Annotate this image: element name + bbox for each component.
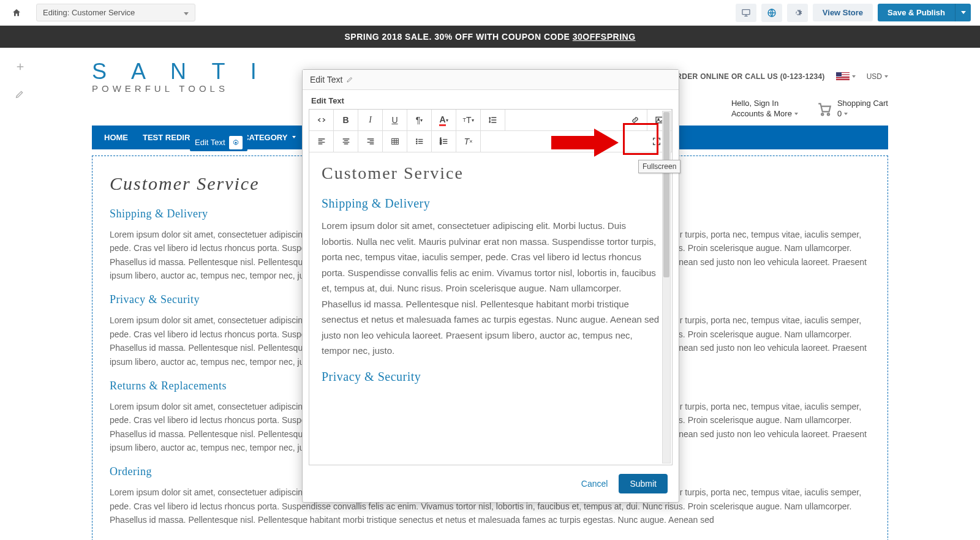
svg-text:3: 3 (440, 142, 442, 145)
page-selector-label: Editing: Customer Service (43, 8, 135, 17)
banner-coupon[interactable]: 30OFFSPRING (573, 32, 636, 42)
brand-name: S A N T I (92, 59, 266, 84)
modal-title-bar[interactable]: Edit Text (303, 70, 679, 90)
annotation-highlight-box (623, 123, 658, 155)
cart-button[interactable]: Shopping Cart 0 (816, 99, 888, 119)
currency-selector[interactable]: USD (867, 72, 888, 81)
svg-rect-7 (391, 138, 398, 144)
account-more: Accounts & More (731, 109, 792, 118)
flag-us-icon (836, 72, 850, 81)
svg-point-2 (821, 113, 823, 115)
code-view-icon[interactable] (309, 110, 334, 130)
cancel-button[interactable]: Cancel (581, 479, 608, 489)
brand-tagline: POWERFUL TOOLS (92, 83, 266, 94)
globe-icon[interactable] (761, 4, 782, 22)
promo-banner: SPRING 2018 SALE. 30% OFF WITH COUPON CO… (0, 26, 980, 48)
clear-formatting-icon[interactable]: T× (456, 131, 481, 152)
country-flag-selector[interactable] (836, 72, 856, 81)
svg-point-9 (416, 141, 417, 141)
page-selector[interactable]: Editing: Customer Service (36, 4, 195, 21)
order-phone: ORDER ONLINE OR CALL US (0-123-1234) (671, 72, 825, 81)
scrollbar-thumb[interactable] (663, 112, 669, 277)
edit-text-bubble[interactable]: Edit Text (190, 134, 247, 151)
unordered-list-icon[interactable] (407, 131, 432, 152)
cart-label: Shopping Cart (837, 99, 888, 109)
pencil-icon (346, 76, 353, 83)
align-right-icon[interactable] (358, 131, 383, 152)
account-menu[interactable]: Hello, Sign In Accounts & More (731, 99, 798, 119)
editor-section-heading: Shipping & Delivery (322, 197, 660, 211)
home-icon[interactable] (9, 6, 24, 20)
nav-item-home[interactable]: HOME (104, 133, 128, 142)
submit-button[interactable]: Submit (619, 474, 668, 493)
align-center-icon[interactable] (334, 131, 358, 152)
annotation-arrow-icon (551, 129, 619, 157)
save-publish-dropdown[interactable] (955, 4, 971, 21)
svg-point-4 (235, 141, 236, 143)
admin-toolbar: Editing: Customer Service View Store Sav… (0, 0, 980, 26)
paragraph-format-icon[interactable]: ¶▾ (407, 110, 432, 130)
editor-page-title: Customer Service (322, 163, 660, 183)
cart-count: 0 (837, 109, 842, 118)
view-store-button[interactable]: View Store (813, 4, 873, 21)
gear-icon[interactable] (229, 136, 243, 149)
editor-content[interactable]: Customer Service Shipping & Delivery Lor… (309, 152, 672, 465)
svg-point-10 (416, 143, 417, 144)
fullscreen-tooltip: Fullscreen (638, 160, 680, 173)
site-brand[interactable]: S A N T I POWERFUL TOOLS (92, 59, 266, 94)
editor-field-label: Edit Text (303, 90, 679, 109)
editor-section-heading: Privacy & Security (322, 370, 660, 384)
table-icon[interactable] (383, 131, 407, 152)
modal-title: Edit Text (310, 75, 342, 84)
svg-rect-0 (742, 9, 750, 14)
line-height-icon[interactable] (481, 110, 505, 130)
svg-point-8 (416, 139, 417, 140)
font-size-icon[interactable]: TT▾ (456, 110, 481, 130)
underline-icon[interactable]: U (383, 110, 407, 130)
align-left-icon[interactable] (309, 131, 334, 152)
editor-section-body: Lorem ipsum dolor sit amet, consectetuer… (322, 218, 660, 359)
settings-icon[interactable] (787, 4, 808, 22)
font-color-icon[interactable]: A▾ (432, 110, 456, 130)
svg-marker-14 (551, 129, 619, 157)
italic-icon[interactable]: I (358, 110, 383, 130)
save-publish-button[interactable]: Save & Publish (878, 4, 955, 21)
cart-icon (816, 101, 832, 117)
account-hello: Hello, Sign In (731, 99, 798, 109)
banner-text: SPRING 2018 SALE. 30% OFF WITH COUPON CO… (344, 32, 572, 42)
svg-point-3 (827, 113, 829, 115)
preview-desktop-icon[interactable] (736, 4, 756, 22)
ordered-list-icon[interactable]: 123 (432, 131, 456, 152)
bold-icon[interactable]: B (334, 110, 358, 130)
